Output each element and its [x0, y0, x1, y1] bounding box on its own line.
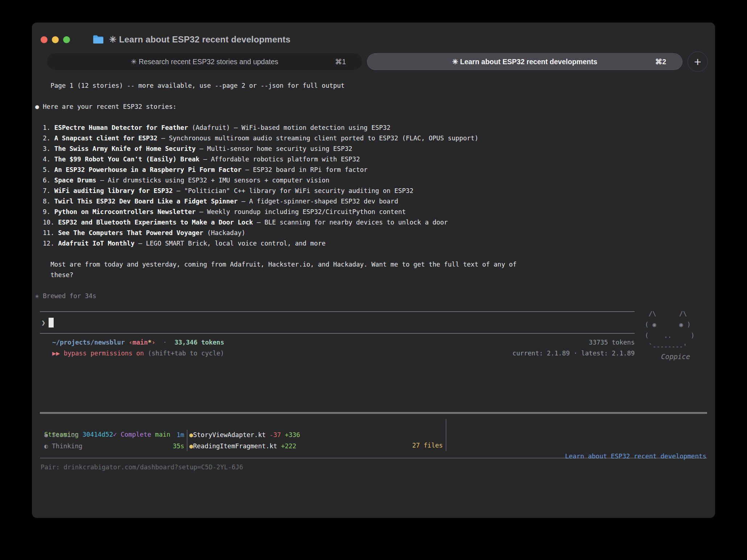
tab-shortcut: ⌘2	[655, 58, 666, 66]
mascot-name: Coppice	[645, 353, 706, 361]
summary-line-1: Most are from today and yesterday, comin…	[35, 259, 715, 270]
workdir-and-branch: ~/projects/newsblur ‹main*› · 33,346 tok…	[52, 337, 224, 348]
titlebar: ✳ Learn about ESP32 recent developments	[32, 22, 715, 49]
assistant-intro-line: ● Here are your recent ESP32 stories:	[35, 102, 715, 112]
changed-file: ●StoryViewAdapter.kt -37 +336	[189, 429, 300, 440]
tab-learn-about-esp32[interactable]: ✳ Learn about ESP32 recent developments …	[367, 53, 682, 70]
story-list: 1. ESPectre Human Detector for Feather (…	[35, 123, 715, 249]
tokens-right: 33735 tokens	[589, 337, 635, 348]
text-cursor	[49, 318, 54, 328]
story-item: 2. A Snapcast client for ESP32 — Synchro…	[35, 133, 715, 144]
zoom-window-button[interactable]	[63, 36, 70, 43]
status-separator-thick	[40, 412, 707, 414]
bypass-permissions: ▶▶ bypass permissions on (shift+tab to c…	[52, 348, 224, 359]
tab-label: ✳ Learn about ESP32 recent developments	[452, 58, 597, 66]
prompt-chevron-icon: ❯	[41, 318, 45, 326]
branch-dirty-star: *	[148, 339, 152, 346]
tab-bar: ✳ Research recent ESP32 stories and upda…	[32, 53, 715, 70]
summary-line-2: these?	[35, 270, 715, 280]
session-info: ~/projects/newsblur ‹main*› · 33,346 tok…	[40, 337, 635, 359]
tab-label: ✳ Research recent ESP32 stories and upda…	[131, 58, 278, 66]
story-item: 10. ESP32 and Bluetooth Experiments to M…	[35, 217, 715, 228]
story-item: 6. Space Drums — Air drumsticks using ES…	[35, 175, 715, 186]
story-item: 11. See The Computers That Powered Voyag…	[35, 228, 715, 238]
status-row: ◐ Thinking35s●ReadingItemFragment.kt +22…	[41, 441, 706, 452]
status-bar: Streaming 30414d52✓ Complete main 27 fil…	[41, 418, 706, 452]
traffic-lights	[41, 36, 70, 43]
terminal-output[interactable]: Page 1 (12 stories) -- more available, u…	[32, 81, 715, 301]
story-item: 9. Python on Microcontrollers Newsletter…	[35, 207, 715, 217]
window-title: ✳ Learn about ESP32 recent developments	[109, 34, 290, 45]
status-divider-right	[446, 419, 446, 451]
close-window-button[interactable]	[41, 36, 48, 43]
changed-file: ●ReadingItemFragment.kt +222	[189, 441, 296, 452]
prompt-input[interactable]: ❯	[40, 311, 635, 334]
story-item: 1. ESPectre Human Detector for Feather (…	[35, 123, 715, 133]
folder-icon	[92, 35, 104, 44]
story-item: 3. The Swiss Army Knife of Home Security…	[35, 144, 715, 154]
brewed-status: ✳ Brewed for 34s	[35, 291, 715, 301]
task-title: Learn about ESP32 recent developments	[565, 451, 706, 462]
status-row-time: 35s	[41, 441, 184, 452]
plus-icon: +	[694, 55, 701, 69]
mascot: /\ /\ ( ◉ ◉ ) ( .. ) `--------' Coppice	[645, 308, 706, 361]
working-directory: ~/projects/newsblur	[52, 339, 125, 346]
bypass-hint: (shift+tab to cycle)	[148, 350, 224, 357]
file-dot-icon: ●	[189, 442, 193, 450]
pagination-line: Page 1 (12 stories) -- more available, u…	[35, 81, 715, 91]
mascot-ascii-art: /\ /\ ( ◉ ◉ ) ( .. ) `--------'	[645, 308, 706, 352]
version-info: current: 2.1.89 · latest: 2.1.89	[512, 348, 635, 359]
new-tab-button[interactable]: +	[688, 52, 708, 72]
status-row: ◉ Session1m●StoryViewAdapter.kt -37 +336	[41, 429, 706, 440]
status-divider-left	[187, 430, 187, 451]
file-dot-icon: ●	[189, 431, 193, 438]
token-count: 33,346 tokens	[174, 339, 224, 346]
tab-research-esp32-stories[interactable]: ✳ Research recent ESP32 stories and upda…	[47, 53, 362, 70]
story-item: 8. Twirl This ESP32 Dev Board Like a Fid…	[35, 196, 715, 207]
bypass-arrows-icon: ▶▶	[52, 350, 60, 357]
story-item: 12. Adafruit IoT Monthly — LEGO SMART Br…	[35, 238, 715, 249]
story-item: 5. An ESP32 Powerhouse in a Raspberry Pi…	[35, 165, 715, 175]
status-row-time: 1m	[41, 429, 184, 440]
story-item: 4. The $99 Robot You Can't (Easily) Brea…	[35, 154, 715, 165]
minimize-window-button[interactable]	[52, 36, 59, 43]
story-item: 7. WiFi auditing library for ESP32 — "Po…	[35, 186, 715, 196]
app-window: ✳ Learn about ESP32 recent developments …	[32, 22, 715, 518]
bottom-area: ❯ ~/projects/newsblur ‹main*› · 33,346 t…	[32, 311, 715, 361]
tab-shortcut: ⌘1	[335, 58, 346, 66]
